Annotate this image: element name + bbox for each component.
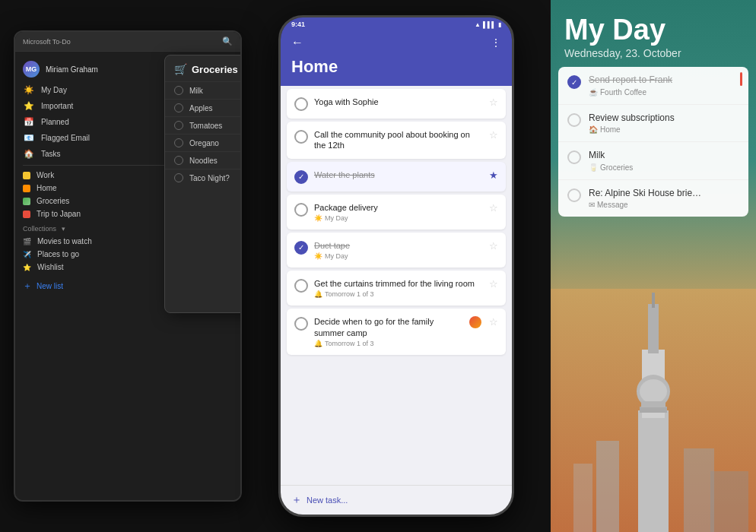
phone-tasks-area: Yoga with Sophie ☆ Call the community po… <box>281 86 512 485</box>
star-icon[interactable]: ☆ <box>489 129 498 141</box>
groceries-icon: 🛒 <box>174 63 187 75</box>
avatar: MG <box>23 61 40 78</box>
signal-icon: ▌▌▌ <box>483 21 496 28</box>
myday-circle[interactable] <box>567 188 581 202</box>
task-sub: 🔔 Tomorrow 1 of 3 <box>314 290 483 298</box>
myday-task-text: Send report to Frank <box>589 74 739 87</box>
calendar-icon: 📅 <box>23 117 35 127</box>
svg-rect-7 <box>640 407 667 413</box>
grocery-item-noodles[interactable]: Noodles <box>165 151 242 169</box>
myday-task-text: Review subscriptions <box>589 112 739 125</box>
star-icon-active[interactable]: ★ <box>489 169 498 181</box>
svg-point-6 <box>640 379 667 404</box>
task-circle-completed[interactable]: ✓ <box>294 241 308 255</box>
task-circle-completed[interactable]: ✓ <box>294 170 308 184</box>
myday-task-sub: ✉ Message <box>589 201 739 209</box>
movies-icon: 🎬 <box>23 238 31 245</box>
home-icon: 🏠 <box>23 149 35 159</box>
tablet-top-bar: Microsoft To-Do 🔍 <box>15 32 240 52</box>
svg-rect-4 <box>652 293 655 308</box>
svg-rect-3 <box>648 304 659 353</box>
app-title: Microsoft To-Do <box>23 38 71 46</box>
myday-circle[interactable] <box>567 150 581 164</box>
myday-task-milk[interactable]: Milk 🥛 Groceries <box>558 142 748 180</box>
task-sub: ☀️ My Day <box>314 214 483 222</box>
task-item-curtains[interactable]: Get the curtains trimmed for the living … <box>287 271 506 306</box>
sun-icon: ☀️ <box>23 85 35 95</box>
grocery-label: Tomatoes <box>189 122 222 130</box>
more-options-icon[interactable]: ⋮ <box>491 36 501 49</box>
new-task-label[interactable]: New task... <box>307 496 348 505</box>
task-item-pool[interactable]: Call the community pool about booking on… <box>287 122 506 159</box>
list-dot-groceries <box>23 198 30 205</box>
svg-rect-8 <box>641 401 665 407</box>
sun-sub-icon: ☀️ <box>314 252 322 260</box>
task-text: Water the plants <box>314 169 483 180</box>
phone-top-bar: ← ⋮ <box>281 31 512 54</box>
list-dot-work <box>23 172 30 179</box>
grocery-label: Taco Night? <box>189 174 230 182</box>
grocery-item-milk[interactable]: Milk <box>165 81 242 99</box>
task-sub: 🔔 Tomorrow 1 of 3 <box>314 340 463 347</box>
back-arrow-icon[interactable]: ← <box>291 36 303 49</box>
myday-task-alpine[interactable]: Re: Alpine Ski House brie… ✉ Message <box>558 180 748 217</box>
task-item-package[interactable]: Package delivery ☀️ My Day ☆ <box>287 195 506 230</box>
grocery-label: Oregano <box>189 139 219 147</box>
my-day-title: My Day <box>564 15 742 44</box>
home-sub-icon: 🏠 <box>589 125 598 134</box>
phone-list-title: Home <box>281 54 512 86</box>
places-icon: ✈️ <box>23 251 31 258</box>
myday-task-text: Milk <box>589 150 739 162</box>
my-day-tasks-list: ✓ Send report to Frank ☕ Fourth Coffee R… <box>558 67 748 217</box>
wishlist-icon: ⭐ <box>23 264 31 271</box>
my-day-panel: My Day Wednesday, 23. October ✓ Send rep… <box>551 0 756 532</box>
coffee-icon: ☕ <box>589 88 598 97</box>
task-circle[interactable] <box>294 203 308 217</box>
grocery-item-oregano[interactable]: Oregano <box>165 134 242 151</box>
task-text: Yoga with Sophie <box>314 97 483 107</box>
task-circle[interactable] <box>294 279 308 293</box>
star-icon[interactable]: ☆ <box>489 240 498 252</box>
message-sub-icon: ✉ <box>589 201 595 209</box>
myday-task-sub: 🥛 Groceries <box>589 163 739 172</box>
myday-task-sub: 🏠 Home <box>589 125 739 134</box>
task-text: Package delivery <box>314 202 483 213</box>
chevron-down-icon[interactable]: ▾ <box>62 225 65 233</box>
star-icon[interactable]: ☆ <box>489 316 498 328</box>
task-item-yoga[interactable]: Yoga with Sophie ☆ <box>287 89 506 119</box>
task-text: Call the community pool about booking on… <box>314 129 483 151</box>
star-icon[interactable]: ☆ <box>489 202 498 214</box>
grocery-item-tomatoes[interactable]: Tomatoes <box>165 116 242 134</box>
svg-rect-9 <box>596 441 619 532</box>
star-icon[interactable]: ☆ <box>489 97 498 108</box>
list-title: Home <box>291 57 338 76</box>
task-item-water[interactable]: ✓ Water the plants ★ <box>287 162 506 192</box>
sun-sub-icon: ☀️ <box>314 214 322 222</box>
myday-task-frank[interactable]: ✓ Send report to Frank ☕ Fourth Coffee <box>558 67 748 105</box>
search-icon[interactable]: 🔍 <box>222 36 233 46</box>
task-text: Decide when to go for the family summer … <box>314 316 463 338</box>
add-icon: ＋ <box>23 280 32 293</box>
task-circle[interactable] <box>294 130 308 144</box>
star-icon[interactable]: ☆ <box>489 278 498 290</box>
task-circle[interactable] <box>294 317 308 331</box>
task-item-camp[interactable]: Decide when to go for the family summer … <box>287 309 506 355</box>
repeat-sub-icon: 🔔 <box>314 290 322 298</box>
grocery-circle <box>174 138 183 147</box>
myday-task-subscriptions[interactable]: Review subscriptions 🏠 Home <box>558 105 748 143</box>
grocery-item-taco[interactable]: Taco Night? <box>165 169 242 186</box>
myday-circle-done[interactable]: ✓ <box>567 75 581 89</box>
phone-status-bar: 9:41 ▲ ▌▌▌ ▮ <box>281 17 512 31</box>
tower-background <box>551 289 756 532</box>
task-circle[interactable] <box>294 97 308 111</box>
grocery-item-apples[interactable]: Apples <box>165 99 242 116</box>
myday-circle[interactable] <box>567 113 581 127</box>
grocery-circle <box>174 103 183 112</box>
new-list-label: New list <box>37 282 63 290</box>
grocery-circle <box>174 173 183 182</box>
task-item-duct[interactable]: ✓ Duct tape ☀️ My Day ☆ <box>287 233 506 268</box>
svg-rect-1 <box>638 410 669 532</box>
myday-task-text: Re: Alpine Ski House brie… <box>589 188 739 200</box>
grocery-label: Milk <box>189 87 203 95</box>
add-task-icon[interactable]: ＋ <box>291 493 302 507</box>
